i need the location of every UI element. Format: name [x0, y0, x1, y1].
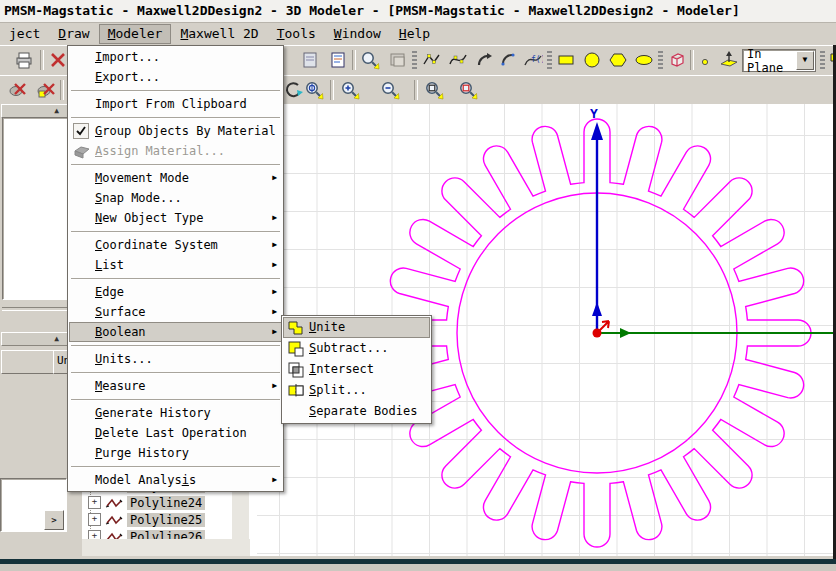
rotatec-icon [284, 80, 304, 100]
tree-item-polyline25[interactable]: +Polyline25 [88, 511, 205, 528]
menu-item-label: Model Analysis [95, 473, 196, 487]
expand-icon[interactable]: + [88, 496, 101, 509]
x-axis-arrow-icon [620, 328, 631, 338]
eqcurve-icon: f() [523, 50, 543, 70]
menu-item-movement-mode[interactable]: Movement Mode▶ [69, 168, 282, 188]
material-icon [72, 142, 90, 160]
tree-item-polyline24[interactable]: +Polyline24 [88, 494, 205, 511]
fit-all-button[interactable] [302, 78, 326, 102]
menu-separator [69, 369, 282, 376]
submenu-arrow-icon: ▶ [272, 168, 277, 188]
draw-plane-button[interactable] [717, 48, 741, 72]
menu-item-model-analysis[interactable]: Model Analysis▶ [69, 470, 282, 490]
menu-separator [69, 161, 282, 168]
plane-select[interactable]: In Plane▼ [742, 49, 816, 72]
menu-item-coordinate-system[interactable]: Coordinate System▶ [69, 235, 282, 255]
draw-equation-curve-button[interactable]: f() [521, 48, 545, 72]
scroll-right-button[interactable]: > [44, 510, 64, 530]
menu-separator [69, 228, 282, 235]
zoom-in-button[interactable] [338, 78, 362, 102]
menu-item-unite[interactable]: Unite [283, 317, 430, 338]
delete-model-alt-button[interactable] [34, 78, 58, 102]
draw-arc-3pt-button[interactable] [497, 48, 521, 72]
menu-item-import[interactable]: Import... [69, 47, 282, 67]
zoomsel-icon [458, 80, 478, 100]
notes-button[interactable] [326, 48, 350, 72]
properties-col-header-blank[interactable] [1, 350, 56, 374]
polyline-icon [105, 514, 123, 526]
zoom-out-button[interactable] [378, 78, 402, 102]
menu-draw[interactable]: Draw [49, 24, 98, 44]
toolbar-separator [690, 50, 694, 70]
point-tool-icon [697, 50, 717, 70]
collapse-icon[interactable]: ▲ [54, 334, 59, 343]
menu-item-import-from-clipboard[interactable]: Import From Clipboard [69, 94, 282, 114]
printer-icon [14, 50, 34, 70]
menu-item-label: Edge [95, 285, 124, 299]
menu-item-subtract[interactable]: Subtract... [283, 338, 430, 359]
draw-ellipse-button[interactable] [632, 48, 656, 72]
zoom-doc-button[interactable] [358, 48, 382, 72]
menu-item-measure[interactable]: Measure▶ [69, 376, 282, 396]
menu-item-edge[interactable]: Edge▶ [69, 282, 282, 302]
draw-point-button[interactable] [695, 48, 719, 72]
menu-item-group-objects-by-material[interactable]: Group Objects By Material [69, 121, 282, 141]
collapse-icon[interactable]: ▲ [54, 106, 59, 115]
view-doc-button[interactable] [298, 48, 322, 72]
delx1-icon [8, 80, 28, 100]
menu-item-split[interactable]: Split... [283, 380, 430, 401]
circle-tool-icon [582, 50, 602, 70]
menu-item-generate-history[interactable]: Generate History [69, 403, 282, 423]
menu-item-assign-material: Assign Material... [69, 141, 282, 161]
submenu-arrow-icon: ▶ [272, 302, 277, 322]
draw-spline-button[interactable] [446, 48, 470, 72]
zoomwin-icon [424, 80, 444, 100]
copy-image-button[interactable] [386, 48, 410, 72]
menu-window[interactable]: Window [325, 24, 390, 44]
draw-polygon-button[interactable] [606, 48, 630, 72]
zoom-selection-button[interactable] [456, 78, 480, 102]
menu-item-surface[interactable]: Surface▶ [69, 302, 282, 322]
menu-item-boolean[interactable]: Boolean▶ [69, 322, 282, 342]
tree-item-label: Polyline25 [127, 513, 205, 527]
menu-maxwell-2d[interactable]: Maxwell 2D [171, 24, 267, 44]
print-button[interactable] [12, 48, 36, 72]
unite-icon [286, 318, 304, 336]
zoom-window-button[interactable] [422, 78, 446, 102]
menu-item-label: Group Objects By Material [95, 124, 276, 138]
arc2-icon [499, 50, 519, 70]
zoomout-icon [380, 80, 400, 100]
draw-arc-center-button[interactable] [472, 48, 496, 72]
box3d-icon [667, 50, 687, 70]
menu-item-intersect[interactable]: Intersect [283, 359, 430, 380]
dropdown-arrow-icon[interactable]: ▼ [796, 51, 814, 70]
menu-item-label: Generate History [95, 406, 211, 420]
menu-item-units[interactable]: Units... [69, 349, 282, 369]
menu-modeler[interactable]: Modeler [99, 24, 172, 44]
svg-text:f(): f() [531, 55, 543, 64]
menu-item-export[interactable]: Export... [69, 67, 282, 87]
menu-item-snap-mode[interactable]: Snap Mode... [69, 188, 282, 208]
menu-item-separate-bodies[interactable]: Separate Bodies [283, 401, 430, 422]
menu-project[interactable]: ject [0, 24, 49, 44]
tree-hscrollbar[interactable]: ◀ ▶ [82, 539, 250, 556]
draw-rectangle-button[interactable] [554, 48, 578, 72]
expand-icon[interactable]: + [88, 513, 101, 526]
tree-item-label: Polyline24 [127, 496, 205, 510]
subtract-icon [286, 339, 304, 357]
spline-icon [448, 50, 468, 70]
modeler-menu-popup: Import...Export...Import From ClipboardG… [67, 45, 284, 492]
draw-box-button[interactable] [665, 48, 689, 72]
menu-tools[interactable]: Tools [268, 24, 325, 44]
menu-help[interactable]: Help [390, 24, 439, 44]
delete-model-button[interactable] [6, 78, 30, 102]
submenu-arrow-icon: ▶ [272, 208, 277, 228]
toolbar-grip-icon [547, 51, 552, 69]
submenu-arrow-icon: ▶ [272, 376, 277, 396]
menu-item-list[interactable]: List▶ [69, 255, 282, 275]
draw-line-button[interactable] [420, 48, 444, 72]
draw-circle-button[interactable] [580, 48, 604, 72]
menu-item-delete-last-operation[interactable]: Delete Last Operation [69, 423, 282, 443]
menu-item-new-object-type[interactable]: New Object Type▶ [69, 208, 282, 228]
menu-item-purge-history[interactable]: Purge History [69, 443, 282, 463]
